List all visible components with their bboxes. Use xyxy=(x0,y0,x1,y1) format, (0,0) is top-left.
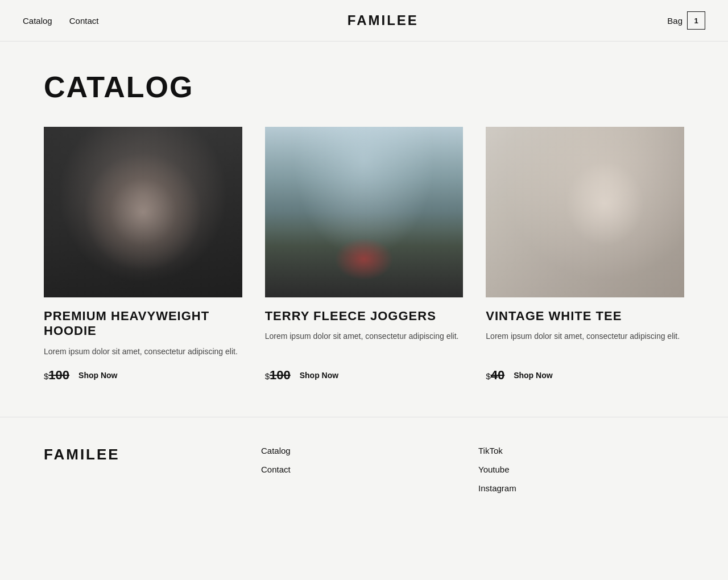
nav-right: Bag 1 xyxy=(667,11,705,30)
nav-contact-link[interactable]: Contact xyxy=(69,16,99,26)
footer-instagram-link[interactable]: Instagram xyxy=(478,483,684,493)
product-footer-2: $100 Shop Now xyxy=(265,368,464,383)
product-image-1 xyxy=(44,127,242,297)
bag-icon[interactable]: 1 xyxy=(687,11,705,30)
shop-now-button-2[interactable]: Shop Now xyxy=(300,371,338,380)
nav-catalog-link[interactable]: Catalog xyxy=(23,16,52,26)
navbar: Catalog Contact FAMILEE Bag 1 xyxy=(0,0,728,42)
product-card-1: PREMIUM HEAVYWEIGHT HOODIE Lorem ipsum d… xyxy=(44,127,242,383)
footer-nav: Catalog Contact xyxy=(261,446,467,474)
product-footer-1: $100 Shop Now xyxy=(44,368,242,383)
product-name-2: TERRY FLEECE JOGGERS xyxy=(265,309,464,324)
shop-now-button-3[interactable]: Shop Now xyxy=(514,371,552,380)
shop-now-button-1[interactable]: Shop Now xyxy=(78,371,117,380)
footer-tiktok-link[interactable]: TikTok xyxy=(478,446,684,455)
page-title: CATALOG xyxy=(44,70,684,104)
product-price-amount-3: 40 xyxy=(491,368,504,382)
footer-brand: FAMILEE xyxy=(44,446,250,463)
product-price-dollar-3: $ xyxy=(486,371,490,381)
footer-social: TikTok Youtube Instagram xyxy=(478,446,684,493)
product-name-1: PREMIUM HEAVYWEIGHT HOODIE xyxy=(44,309,242,339)
product-description-3: Lorem ipsum dolor sit amet, consectetur … xyxy=(486,330,684,342)
bag-label: Bag xyxy=(667,16,682,26)
footer-contact-link[interactable]: Contact xyxy=(261,465,467,474)
product-price-amount-1: 100 xyxy=(48,368,69,382)
main-content: CATALOG PREMIUM HEAVYWEIGHT HOODIE Lorem… xyxy=(0,42,728,417)
product-description-2: Lorem ipsum dolor sit amet, consectetur … xyxy=(265,330,464,342)
product-card-3: VINTAGE WHITE TEE Lorem ipsum dolor sit … xyxy=(486,127,684,383)
product-name-3: VINTAGE WHITE TEE xyxy=(486,309,684,324)
product-image-3 xyxy=(486,127,684,297)
footer: FAMILEE Catalog Contact TikTok Youtube I… xyxy=(0,417,728,521)
bag-count: 1 xyxy=(694,16,698,25)
product-price-amount-2: 100 xyxy=(270,368,291,382)
product-card-2: TERRY FLEECE JOGGERS Lorem ipsum dolor s… xyxy=(265,127,464,383)
product-image-2 xyxy=(265,127,464,297)
footer-catalog-link[interactable]: Catalog xyxy=(261,446,467,455)
product-price-3: $40 xyxy=(486,368,504,383)
product-price-2: $100 xyxy=(265,368,291,383)
footer-youtube-link[interactable]: Youtube xyxy=(478,465,684,474)
product-price-dollar-2: $ xyxy=(265,371,270,381)
product-grid: PREMIUM HEAVYWEIGHT HOODIE Lorem ipsum d… xyxy=(44,127,684,383)
nav-brand[interactable]: FAMILEE xyxy=(348,13,419,28)
nav-left: Catalog Contact xyxy=(23,16,98,26)
product-price-1: $100 xyxy=(44,368,69,383)
product-footer-3: $40 Shop Now xyxy=(486,368,684,383)
product-description-1: Lorem ipsum dolor sit amet, consectetur … xyxy=(44,346,242,358)
